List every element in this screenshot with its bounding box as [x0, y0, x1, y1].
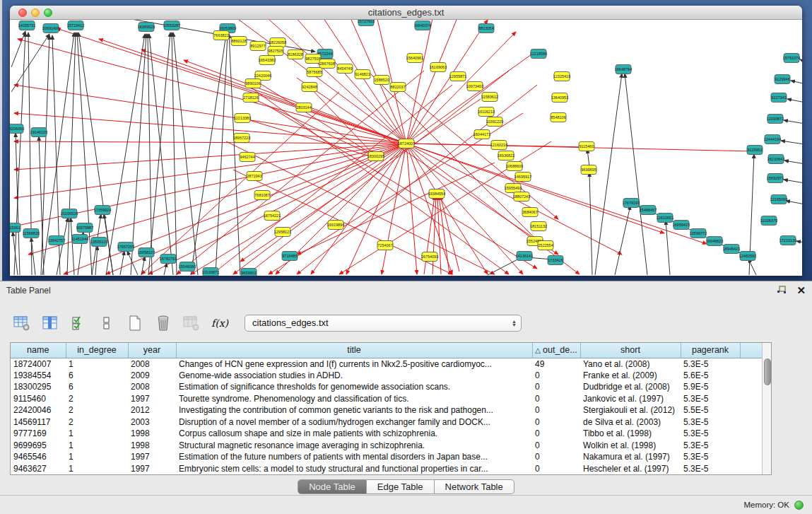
- graph-node[interactable]: 2522554: [538, 241, 553, 250]
- table-cell[interactable]: 5.3E-5: [681, 440, 740, 452]
- graph-edge[interactable]: [148, 33, 170, 275]
- graph-node[interactable]: 11583612: [481, 93, 498, 102]
- table-row[interactable]: 1938455462009Genome-wide association stu…: [11, 370, 762, 382]
- graph-node[interactable]: 19384554: [428, 189, 445, 199]
- graph-node[interactable]: 16958107: [138, 248, 155, 257]
- graph-edge[interactable]: [440, 196, 459, 271]
- graph-node[interactable]: 17679197: [623, 199, 640, 208]
- graph-edge[interactable]: [318, 20, 406, 144]
- column-header-in-degree[interactable]: in_degree: [66, 343, 128, 358]
- table-cell[interactable]: 0: [532, 370, 580, 382]
- table-cell[interactable]: Structural magnetic resonance image aver…: [176, 440, 532, 452]
- graph-edge[interactable]: [164, 263, 167, 275]
- column-header-name[interactable]: name: [11, 343, 66, 358]
- graph-node[interactable]: 23206050: [10, 124, 24, 134]
- table-cell[interactable]: Changes of HCN gene expression and I(f) …: [176, 358, 532, 370]
- graph-edge[interactable]: [14, 144, 406, 198]
- table-cell[interactable]: Investigating the contribution of common…: [176, 404, 532, 416]
- graph-node[interactable]: 17359924: [94, 206, 111, 215]
- graph-node[interactable]: 18945421: [723, 245, 740, 254]
- graph-edge[interactable]: [172, 33, 177, 275]
- table-cell[interactable]: 1998: [128, 440, 176, 452]
- graph-edge[interactable]: [297, 163, 495, 255]
- graph-node[interactable]: 16044171: [473, 130, 490, 139]
- table-cell[interactable]: 5.3E-5: [681, 416, 740, 428]
- graph-node[interactable]: 20691406: [42, 24, 59, 33]
- graph-node[interactable]: 9699695: [581, 165, 596, 175]
- table-cell[interactable]: 5.9E-5: [681, 381, 740, 393]
- graph-edge[interactable]: [106, 34, 145, 275]
- network-canvas[interactable]: 1405573120691406157234121636952910553287…: [10, 20, 802, 276]
- graph-edge[interactable]: [242, 118, 372, 157]
- graph-edge[interactable]: [781, 141, 802, 145]
- table-cell[interactable]: 1: [66, 428, 128, 440]
- table-cell[interactable]: 0: [532, 416, 580, 428]
- graph-node[interactable]: 9129946: [775, 75, 790, 84]
- table-cell[interactable]: Franke et al. (2009): [580, 370, 681, 382]
- graph-node[interactable]: 9827505: [268, 47, 283, 56]
- graph-node[interactable]: 16369529: [138, 23, 155, 32]
- column-settings-button[interactable]: [13, 314, 31, 332]
- graph-node[interactable]: 16946823: [706, 237, 723, 246]
- graph-node[interactable]: 10553287: [163, 21, 180, 30]
- table-row[interactable]: 2242004622012Investigating the contribut…: [11, 404, 762, 416]
- graph-edge[interactable]: [149, 34, 173, 275]
- graph-node[interactable]: 8822037: [390, 83, 406, 92]
- graph-edge[interactable]: [625, 74, 647, 275]
- show-column-button[interactable]: [41, 314, 59, 332]
- table-cell[interactable]: 1: [66, 463, 128, 475]
- table-cell[interactable]: 0: [532, 463, 580, 475]
- graph-node[interactable]: 8813054: [478, 24, 494, 33]
- table-cell[interactable]: 2: [66, 393, 128, 405]
- table-cell[interactable]: 1: [66, 358, 128, 370]
- table-cell[interactable]: 19384554: [11, 370, 66, 382]
- table-cell[interactable]: 0: [532, 451, 580, 463]
- table-cell[interactable]: 5.3E-5: [681, 428, 740, 440]
- graph-edge[interactable]: [311, 144, 406, 274]
- table-cell[interactable]: 1997: [128, 393, 176, 405]
- graph-edge[interactable]: [666, 221, 670, 275]
- table-cell[interactable]: 9463627: [11, 463, 66, 475]
- graph-node[interactable]: 14136141: [516, 252, 533, 261]
- select-mode-button[interactable]: [69, 314, 88, 332]
- tab-network-table[interactable]: Network Table: [435, 479, 514, 494]
- graph-node[interactable]: 7681087: [254, 191, 270, 200]
- table-cell[interactable]: Embryonic stem cells: a model to study s…: [176, 463, 532, 475]
- graph-node[interactable]: 16169063: [430, 63, 447, 72]
- graph-edge[interactable]: [191, 34, 226, 275]
- graph-node[interactable]: 10193871: [202, 268, 219, 276]
- close-panel-button[interactable]: ✕: [796, 286, 806, 296]
- graph-edge[interactable]: [39, 136, 44, 275]
- table-cell[interactable]: 6: [66, 370, 128, 382]
- graph-edge[interactable]: [148, 34, 152, 275]
- graph-edge[interactable]: [269, 106, 537, 269]
- table-cell[interactable]: 0: [532, 404, 580, 416]
- table-cell[interactable]: 22420046: [11, 404, 66, 416]
- graph-node[interactable]: 16919894: [327, 221, 344, 230]
- table-cell[interactable]: Estimation of significance thresholds fo…: [176, 381, 532, 393]
- table-cell[interactable]: 5.5E-5: [681, 404, 740, 416]
- graph-node[interactable]: 13640953: [551, 93, 568, 103]
- graph-edge[interactable]: [297, 85, 537, 274]
- graph-node[interactable]: 13505115: [90, 238, 107, 247]
- row-height-button[interactable]: [98, 314, 116, 332]
- graph-edge[interactable]: [800, 59, 802, 64]
- new-table-button[interactable]: [126, 314, 144, 332]
- table-cell[interactable]: 1997: [128, 463, 176, 475]
- graph-node[interactable]: 2871943: [247, 172, 262, 181]
- graph-edge[interactable]: [71, 218, 74, 275]
- graph-node[interactable]: 13942757: [48, 236, 65, 245]
- table-row[interactable]: 1830029562008Estimation of significance …: [11, 381, 762, 393]
- table-scrollbar-thumb[interactable]: [764, 358, 771, 385]
- graph-node[interactable]: 11451944: [71, 235, 88, 244]
- graph-edge[interactable]: [784, 120, 802, 124]
- graph-node[interactable]: 5875685: [307, 68, 322, 77]
- graph-node[interactable]: 8186328: [288, 50, 303, 59]
- tab-node-table[interactable]: Node Table: [298, 479, 367, 494]
- graph-node[interactable]: 1588520: [374, 76, 389, 85]
- graph-edge[interactable]: [587, 149, 589, 167]
- graph-node[interactable]: 11026379: [760, 216, 777, 226]
- graph-node[interactable]: 17210130: [779, 236, 796, 245]
- graph-node[interactable]: 18226058: [269, 38, 286, 47]
- graph-node[interactable]: 9227343: [771, 93, 787, 103]
